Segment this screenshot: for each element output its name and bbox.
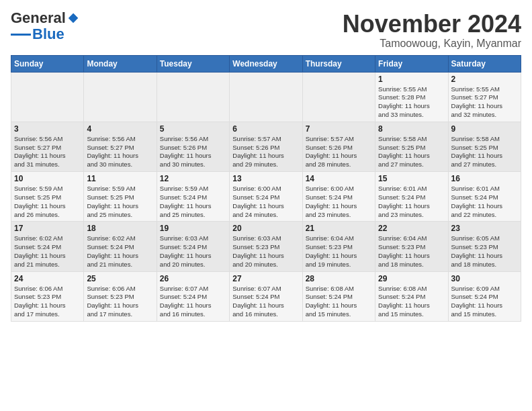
calendar-cell: 23Sunrise: 6:05 AM Sunset: 5:23 PM Dayli… bbox=[448, 222, 521, 271]
day-number: 13 bbox=[232, 174, 299, 183]
day-info: Sunrise: 6:03 AM Sunset: 5:23 PM Dayligh… bbox=[232, 234, 299, 269]
day-number: 3 bbox=[14, 124, 81, 134]
calendar-cell: 8Sunrise: 5:58 AM Sunset: 5:25 PM Daylig… bbox=[375, 122, 448, 171]
day-number: 18 bbox=[87, 224, 153, 233]
calendar-cell: 18Sunrise: 6:02 AM Sunset: 5:24 PM Dayli… bbox=[84, 222, 157, 271]
day-number: 26 bbox=[160, 274, 226, 283]
day-info: Sunrise: 6:08 AM Sunset: 5:24 PM Dayligh… bbox=[378, 285, 445, 319]
day-number: 20 bbox=[232, 224, 299, 233]
month-title: November 2024 bbox=[343, 11, 521, 38]
calendar-cell: 13Sunrise: 6:00 AM Sunset: 5:24 PM Dayli… bbox=[230, 172, 302, 222]
calendar-cell: 20Sunrise: 6:03 AM Sunset: 5:23 PM Dayli… bbox=[230, 222, 302, 271]
day-info: Sunrise: 5:57 AM Sunset: 5:26 PM Dayligh… bbox=[306, 135, 372, 169]
calendar-cell bbox=[157, 72, 229, 122]
day-number: 21 bbox=[306, 224, 372, 233]
day-info: Sunrise: 5:59 AM Sunset: 5:25 PM Dayligh… bbox=[14, 185, 81, 219]
day-number: 4 bbox=[87, 124, 153, 134]
logo: General Blue bbox=[11, 11, 79, 43]
day-number: 30 bbox=[451, 274, 518, 283]
day-number: 1 bbox=[378, 75, 445, 84]
day-info: Sunrise: 6:07 AM Sunset: 5:24 PM Dayligh… bbox=[232, 285, 299, 319]
calendar-cell: 1Sunrise: 5:55 AM Sunset: 5:28 PM Daylig… bbox=[375, 72, 448, 122]
weekday-header-sunday: Sunday bbox=[11, 55, 84, 72]
day-info: Sunrise: 6:06 AM Sunset: 5:23 PM Dayligh… bbox=[87, 285, 153, 319]
day-info: Sunrise: 6:02 AM Sunset: 5:24 PM Dayligh… bbox=[87, 234, 153, 269]
calendar-cell: 2Sunrise: 5:55 AM Sunset: 5:27 PM Daylig… bbox=[448, 72, 521, 122]
day-info: Sunrise: 6:01 AM Sunset: 5:24 PM Dayligh… bbox=[451, 185, 518, 219]
title-block: November 2024 Tamoowoug, Kayin, Myanmar bbox=[343, 11, 521, 50]
day-number: 12 bbox=[160, 174, 226, 183]
page-header: General Blue November 2024 Tamoowoug, Ka… bbox=[11, 11, 521, 50]
calendar-cell: 4Sunrise: 5:56 AM Sunset: 5:27 PM Daylig… bbox=[84, 122, 157, 171]
day-info: Sunrise: 5:56 AM Sunset: 5:26 PM Dayligh… bbox=[160, 135, 226, 169]
weekday-header-monday: Monday bbox=[84, 55, 157, 72]
calendar-cell: 11Sunrise: 5:59 AM Sunset: 5:25 PM Dayli… bbox=[84, 172, 157, 222]
day-number: 6 bbox=[232, 124, 299, 134]
day-number: 7 bbox=[306, 124, 372, 134]
weekday-header-tuesday: Tuesday bbox=[157, 55, 229, 72]
logo-icon bbox=[67, 12, 79, 24]
day-info: Sunrise: 6:08 AM Sunset: 5:24 PM Dayligh… bbox=[306, 285, 372, 319]
calendar-table: SundayMondayTuesdayWednesdayThursdayFrid… bbox=[11, 55, 521, 322]
calendar-cell: 5Sunrise: 5:56 AM Sunset: 5:26 PM Daylig… bbox=[157, 122, 229, 171]
svg-marker-1 bbox=[73, 13, 78, 18]
weekday-header-saturday: Saturday bbox=[448, 55, 521, 72]
calendar-cell: 10Sunrise: 5:59 AM Sunset: 5:25 PM Dayli… bbox=[11, 172, 84, 222]
calendar-cell: 9Sunrise: 5:58 AM Sunset: 5:25 PM Daylig… bbox=[448, 122, 521, 171]
day-number: 17 bbox=[14, 224, 81, 233]
day-number: 2 bbox=[451, 75, 518, 84]
day-number: 11 bbox=[87, 174, 153, 183]
calendar-cell: 21Sunrise: 6:04 AM Sunset: 5:23 PM Dayli… bbox=[302, 222, 375, 271]
day-info: Sunrise: 5:56 AM Sunset: 5:27 PM Dayligh… bbox=[87, 135, 153, 169]
day-info: Sunrise: 6:09 AM Sunset: 5:24 PM Dayligh… bbox=[451, 285, 518, 319]
calendar-cell: 30Sunrise: 6:09 AM Sunset: 5:24 PM Dayli… bbox=[448, 271, 521, 321]
calendar-cell bbox=[11, 72, 84, 122]
day-info: Sunrise: 6:04 AM Sunset: 5:23 PM Dayligh… bbox=[306, 234, 372, 269]
calendar-cell bbox=[84, 72, 157, 122]
day-number: 5 bbox=[160, 124, 226, 134]
weekday-header-wednesday: Wednesday bbox=[230, 55, 302, 72]
day-info: Sunrise: 6:06 AM Sunset: 5:23 PM Dayligh… bbox=[14, 285, 81, 319]
day-number: 24 bbox=[14, 274, 81, 283]
day-info: Sunrise: 5:59 AM Sunset: 5:24 PM Dayligh… bbox=[160, 185, 226, 219]
day-number: 19 bbox=[160, 224, 226, 233]
day-info: Sunrise: 5:58 AM Sunset: 5:25 PM Dayligh… bbox=[378, 135, 445, 169]
location-title: Tamoowoug, Kayin, Myanmar bbox=[343, 38, 521, 50]
day-info: Sunrise: 5:57 AM Sunset: 5:26 PM Dayligh… bbox=[232, 135, 299, 169]
calendar-cell: 25Sunrise: 6:06 AM Sunset: 5:23 PM Dayli… bbox=[84, 271, 157, 321]
day-info: Sunrise: 5:56 AM Sunset: 5:27 PM Dayligh… bbox=[14, 135, 81, 169]
day-info: Sunrise: 6:04 AM Sunset: 5:23 PM Dayligh… bbox=[378, 234, 445, 269]
day-info: Sunrise: 6:00 AM Sunset: 5:24 PM Dayligh… bbox=[306, 185, 372, 219]
day-info: Sunrise: 5:58 AM Sunset: 5:25 PM Dayligh… bbox=[451, 135, 518, 169]
day-info: Sunrise: 6:07 AM Sunset: 5:24 PM Dayligh… bbox=[160, 285, 226, 319]
day-number: 8 bbox=[378, 124, 445, 134]
day-number: 10 bbox=[14, 174, 81, 183]
day-info: Sunrise: 5:59 AM Sunset: 5:25 PM Dayligh… bbox=[87, 185, 153, 219]
calendar-cell: 26Sunrise: 6:07 AM Sunset: 5:24 PM Dayli… bbox=[157, 271, 229, 321]
day-number: 23 bbox=[451, 224, 518, 233]
day-number: 27 bbox=[232, 274, 299, 283]
day-info: Sunrise: 6:05 AM Sunset: 5:23 PM Dayligh… bbox=[451, 234, 518, 269]
day-number: 14 bbox=[306, 174, 372, 183]
calendar-cell: 17Sunrise: 6:02 AM Sunset: 5:24 PM Dayli… bbox=[11, 222, 84, 271]
day-number: 28 bbox=[306, 274, 372, 283]
calendar-cell: 29Sunrise: 6:08 AM Sunset: 5:24 PM Dayli… bbox=[375, 271, 448, 321]
calendar-cell: 15Sunrise: 6:01 AM Sunset: 5:24 PM Dayli… bbox=[375, 172, 448, 222]
day-info: Sunrise: 5:55 AM Sunset: 5:27 PM Dayligh… bbox=[451, 85, 518, 120]
day-number: 25 bbox=[87, 274, 153, 283]
day-number: 15 bbox=[378, 174, 445, 183]
calendar-week-row: 24Sunrise: 6:06 AM Sunset: 5:23 PM Dayli… bbox=[11, 271, 521, 321]
calendar-cell: 7Sunrise: 5:57 AM Sunset: 5:26 PM Daylig… bbox=[302, 122, 375, 171]
calendar-week-row: 10Sunrise: 5:59 AM Sunset: 5:25 PM Dayli… bbox=[11, 172, 521, 222]
calendar-cell: 28Sunrise: 6:08 AM Sunset: 5:24 PM Dayli… bbox=[302, 271, 375, 321]
day-number: 9 bbox=[451, 124, 518, 134]
calendar-cell: 12Sunrise: 5:59 AM Sunset: 5:24 PM Dayli… bbox=[157, 172, 229, 222]
day-info: Sunrise: 6:02 AM Sunset: 5:24 PM Dayligh… bbox=[14, 234, 81, 269]
day-info: Sunrise: 6:00 AM Sunset: 5:24 PM Dayligh… bbox=[232, 185, 299, 219]
day-info: Sunrise: 6:03 AM Sunset: 5:24 PM Dayligh… bbox=[160, 234, 226, 269]
calendar-week-row: 1Sunrise: 5:55 AM Sunset: 5:28 PM Daylig… bbox=[11, 72, 521, 122]
logo-general: General bbox=[11, 11, 66, 26]
logo-blue: Blue bbox=[32, 26, 64, 43]
calendar-cell: 27Sunrise: 6:07 AM Sunset: 5:24 PM Dayli… bbox=[230, 271, 302, 321]
weekday-header-thursday: Thursday bbox=[302, 55, 375, 72]
